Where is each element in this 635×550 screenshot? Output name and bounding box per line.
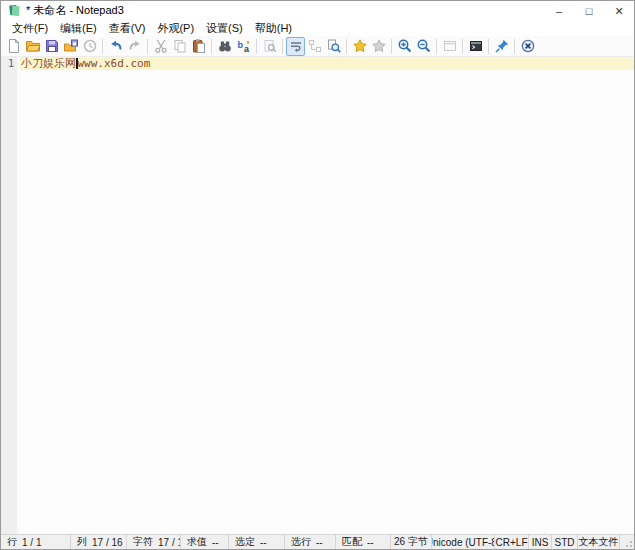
window-title: * 未命名 - Notepad3	[26, 3, 124, 18]
editor-area[interactable]: 1 小刀娱乐网www.x6d.com	[1, 57, 634, 534]
text-after-caret: www.x6d.com	[78, 57, 151, 70]
exit-button[interactable]	[518, 37, 537, 56]
toolbar-separator	[436, 39, 437, 54]
status-insert-mode[interactable]: INS	[529, 535, 552, 549]
copy-button[interactable]	[170, 37, 189, 56]
toolbar-separator	[391, 39, 392, 54]
cut-button[interactable]	[151, 37, 170, 56]
floppy-save-icon	[44, 38, 60, 54]
star-gray-icon	[371, 38, 387, 54]
toolbar-separator	[514, 39, 515, 54]
close-circle-icon	[520, 38, 536, 54]
toolbar-separator	[147, 39, 148, 54]
notepad3-window: * 未命名 - Notepad3 –□× 文件(F)编辑(E)查看(V)外观(P…	[0, 0, 635, 550]
toolbar-separator	[211, 39, 212, 54]
maximize-icon: □	[586, 5, 593, 17]
favorites-button[interactable]	[350, 37, 369, 56]
toolbar-separator	[102, 39, 103, 54]
history-clock-icon	[82, 38, 98, 54]
folding-button[interactable]	[305, 37, 324, 56]
status-bar: 行1 / 1列17 / 16字符17 / 16求值--选定--选行--匹配--2…	[1, 534, 634, 549]
paste-button[interactable]	[189, 37, 208, 56]
status-eol[interactable]: CR+LF	[495, 535, 529, 549]
status-selection-label: 选定	[235, 535, 255, 549]
replace-button[interactable]: ba	[234, 37, 253, 56]
line-number: 1	[8, 58, 14, 69]
minimize-icon: –	[556, 5, 562, 17]
status-selected-lines-value: --	[316, 537, 323, 548]
status-line: 行1 / 1	[1, 535, 71, 549]
folding-tree-icon	[307, 38, 323, 54]
toolbar-separator	[282, 39, 283, 54]
menu-file[interactable]: 文件(F)	[6, 20, 54, 37]
console-icon	[468, 38, 484, 54]
resize-grip-icon	[623, 538, 633, 548]
zoom-out-icon	[416, 38, 432, 54]
status-character-label: 字符	[133, 535, 153, 549]
menu-edit[interactable]: 编辑(E)	[54, 20, 103, 37]
status-selected-lines-label: 选行	[291, 535, 311, 549]
line-number-margin[interactable]: 1	[1, 57, 17, 534]
status-evaluate-value: --	[212, 537, 219, 548]
window-icon	[442, 38, 458, 54]
open-file-button[interactable]	[23, 37, 42, 56]
undo-arrow-icon	[108, 38, 124, 54]
title-bar[interactable]: * 未命名 - Notepad3 –□×	[1, 1, 634, 20]
undo-button[interactable]	[106, 37, 125, 56]
zoom-in-button[interactable]	[395, 37, 414, 56]
binoculars-icon	[217, 38, 233, 54]
toolbar-separator	[346, 39, 347, 54]
history-button[interactable]	[80, 37, 99, 56]
magnifier-doc-icon	[326, 38, 342, 54]
minimize-button[interactable]: –	[544, 1, 574, 20]
popup-window-button[interactable]	[440, 37, 459, 56]
status-matches-value: --	[367, 537, 374, 548]
new-file-icon	[6, 38, 22, 54]
save-button[interactable]	[42, 37, 61, 56]
maximize-button[interactable]: □	[574, 1, 604, 20]
menu-settings[interactable]: 设置(S)	[200, 20, 249, 37]
status-matches-label: 匹配	[342, 535, 362, 549]
always-on-top-button[interactable]	[492, 37, 511, 56]
zoom-out-button[interactable]	[414, 37, 433, 56]
word-wrap-icon	[288, 38, 304, 54]
close-icon: ×	[615, 3, 623, 19]
status-line-value: 1 / 1	[22, 537, 41, 548]
status-std-mode[interactable]: STD	[552, 535, 578, 549]
status-evaluate-label: 求值	[187, 535, 207, 549]
fold-margin	[17, 57, 20, 534]
status-matches: 匹配--	[336, 535, 391, 549]
print-preview-button[interactable]	[260, 37, 279, 56]
status-selection-value: --	[260, 537, 267, 548]
status-bytes[interactable]: 26 字节	[391, 535, 432, 549]
navigate-button[interactable]	[324, 37, 343, 56]
toolbar-separator	[256, 39, 257, 54]
menu-help[interactable]: 帮助(H)	[249, 20, 298, 37]
add-favorite-button[interactable]	[369, 37, 388, 56]
copy-pages-icon	[172, 38, 188, 54]
redo-button[interactable]	[125, 37, 144, 56]
menu-appearance[interactable]: 外观(P)	[151, 20, 200, 37]
new-file-button[interactable]	[4, 37, 23, 56]
status-file-type[interactable]: 文本文件	[578, 535, 620, 549]
status-std-mode-value: STD	[555, 537, 575, 548]
toolbar: ba	[1, 36, 634, 57]
text-line[interactable]: 小刀娱乐网www.x6d.com	[21, 57, 150, 70]
replace-ba-icon: ba	[236, 38, 252, 54]
status-column-value: 17 / 16	[92, 537, 123, 548]
status-selection: 选定--	[229, 535, 285, 549]
menu-view[interactable]: 查看(V)	[103, 20, 152, 37]
find-button[interactable]	[215, 37, 234, 56]
resize-grip[interactable]	[620, 535, 634, 549]
word-wrap-button[interactable]	[286, 37, 305, 56]
status-encoding[interactable]: Unicode (UTF-8)	[432, 535, 495, 549]
redo-arrow-icon	[127, 38, 143, 54]
toolbar-separator	[488, 39, 489, 54]
save-as-icon	[63, 38, 79, 54]
zoom-in-icon	[397, 38, 413, 54]
save-as-button[interactable]	[61, 37, 80, 56]
console-button[interactable]	[466, 37, 485, 56]
status-encoding-value: Unicode (UTF-8)	[432, 537, 495, 548]
scissors-icon	[153, 38, 169, 54]
close-button[interactable]: ×	[604, 1, 634, 20]
